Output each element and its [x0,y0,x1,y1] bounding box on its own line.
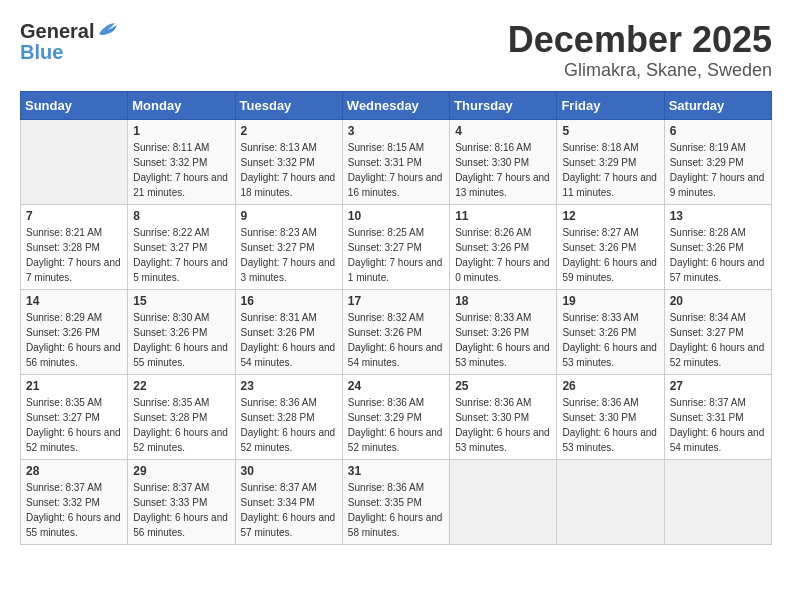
calendar-cell: 3Sunrise: 8:15 AMSunset: 3:31 PMDaylight… [342,119,449,204]
calendar-cell [450,459,557,544]
day-info: Sunrise: 8:30 AMSunset: 3:26 PMDaylight:… [133,310,229,370]
day-number: 14 [26,294,122,308]
logo-bird-icon [97,22,119,42]
day-info: Sunrise: 8:37 AMSunset: 3:34 PMDaylight:… [241,480,337,540]
calendar-cell: 29Sunrise: 8:37 AMSunset: 3:33 PMDayligh… [128,459,235,544]
day-number: 23 [241,379,337,393]
day-number: 18 [455,294,551,308]
day-number: 5 [562,124,658,138]
calendar-cell: 18Sunrise: 8:33 AMSunset: 3:26 PMDayligh… [450,289,557,374]
logo: General Blue [20,20,119,64]
page-header: General Blue December 2025 Glimakra, Ska… [20,20,772,81]
day-info: Sunrise: 8:36 AMSunset: 3:28 PMDaylight:… [241,395,337,455]
calendar-cell: 30Sunrise: 8:37 AMSunset: 3:34 PMDayligh… [235,459,342,544]
day-number: 4 [455,124,551,138]
calendar-cell: 7Sunrise: 8:21 AMSunset: 3:28 PMDaylight… [21,204,128,289]
calendar-cell: 26Sunrise: 8:36 AMSunset: 3:30 PMDayligh… [557,374,664,459]
day-number: 3 [348,124,444,138]
day-info: Sunrise: 8:28 AMSunset: 3:26 PMDaylight:… [670,225,766,285]
day-number: 21 [26,379,122,393]
logo-blue: Blue [20,41,63,64]
calendar-cell: 31Sunrise: 8:36 AMSunset: 3:35 PMDayligh… [342,459,449,544]
day-number: 17 [348,294,444,308]
day-number: 19 [562,294,658,308]
day-number: 24 [348,379,444,393]
day-number: 11 [455,209,551,223]
day-number: 27 [670,379,766,393]
day-number: 9 [241,209,337,223]
calendar-cell: 2Sunrise: 8:13 AMSunset: 3:32 PMDaylight… [235,119,342,204]
calendar-cell: 10Sunrise: 8:25 AMSunset: 3:27 PMDayligh… [342,204,449,289]
calendar-cell [664,459,771,544]
day-number: 7 [26,209,122,223]
day-info: Sunrise: 8:37 AMSunset: 3:31 PMDaylight:… [670,395,766,455]
day-number: 13 [670,209,766,223]
calendar-cell: 13Sunrise: 8:28 AMSunset: 3:26 PMDayligh… [664,204,771,289]
calendar-week-row: 7Sunrise: 8:21 AMSunset: 3:28 PMDaylight… [21,204,772,289]
calendar-week-row: 21Sunrise: 8:35 AMSunset: 3:27 PMDayligh… [21,374,772,459]
weekday-header-friday: Friday [557,91,664,119]
calendar-cell: 5Sunrise: 8:18 AMSunset: 3:29 PMDaylight… [557,119,664,204]
day-info: Sunrise: 8:22 AMSunset: 3:27 PMDaylight:… [133,225,229,285]
calendar-cell: 19Sunrise: 8:33 AMSunset: 3:26 PMDayligh… [557,289,664,374]
calendar-cell: 12Sunrise: 8:27 AMSunset: 3:26 PMDayligh… [557,204,664,289]
day-info: Sunrise: 8:33 AMSunset: 3:26 PMDaylight:… [455,310,551,370]
calendar-cell: 17Sunrise: 8:32 AMSunset: 3:26 PMDayligh… [342,289,449,374]
calendar-cell: 27Sunrise: 8:37 AMSunset: 3:31 PMDayligh… [664,374,771,459]
day-info: Sunrise: 8:18 AMSunset: 3:29 PMDaylight:… [562,140,658,200]
calendar-table: SundayMondayTuesdayWednesdayThursdayFrid… [20,91,772,545]
weekday-header-wednesday: Wednesday [342,91,449,119]
calendar-cell: 25Sunrise: 8:36 AMSunset: 3:30 PMDayligh… [450,374,557,459]
day-info: Sunrise: 8:13 AMSunset: 3:32 PMDaylight:… [241,140,337,200]
day-number: 10 [348,209,444,223]
day-info: Sunrise: 8:35 AMSunset: 3:27 PMDaylight:… [26,395,122,455]
day-number: 22 [133,379,229,393]
weekday-header-thursday: Thursday [450,91,557,119]
day-number: 6 [670,124,766,138]
day-number: 20 [670,294,766,308]
calendar-cell: 21Sunrise: 8:35 AMSunset: 3:27 PMDayligh… [21,374,128,459]
calendar-cell: 1Sunrise: 8:11 AMSunset: 3:32 PMDaylight… [128,119,235,204]
day-number: 12 [562,209,658,223]
calendar-cell: 4Sunrise: 8:16 AMSunset: 3:30 PMDaylight… [450,119,557,204]
day-number: 15 [133,294,229,308]
calendar-cell: 24Sunrise: 8:36 AMSunset: 3:29 PMDayligh… [342,374,449,459]
day-number: 26 [562,379,658,393]
weekday-header-sunday: Sunday [21,91,128,119]
calendar-cell: 6Sunrise: 8:19 AMSunset: 3:29 PMDaylight… [664,119,771,204]
day-number: 28 [26,464,122,478]
logo-general: General [20,20,94,43]
day-info: Sunrise: 8:29 AMSunset: 3:26 PMDaylight:… [26,310,122,370]
day-info: Sunrise: 8:33 AMSunset: 3:26 PMDaylight:… [562,310,658,370]
calendar-cell: 14Sunrise: 8:29 AMSunset: 3:26 PMDayligh… [21,289,128,374]
calendar-cell: 11Sunrise: 8:26 AMSunset: 3:26 PMDayligh… [450,204,557,289]
day-info: Sunrise: 8:36 AMSunset: 3:30 PMDaylight:… [455,395,551,455]
day-number: 29 [133,464,229,478]
day-info: Sunrise: 8:16 AMSunset: 3:30 PMDaylight:… [455,140,551,200]
calendar-cell [557,459,664,544]
weekday-header-tuesday: Tuesday [235,91,342,119]
calendar-week-row: 28Sunrise: 8:37 AMSunset: 3:32 PMDayligh… [21,459,772,544]
calendar-week-row: 1Sunrise: 8:11 AMSunset: 3:32 PMDaylight… [21,119,772,204]
day-info: Sunrise: 8:19 AMSunset: 3:29 PMDaylight:… [670,140,766,200]
calendar-cell: 16Sunrise: 8:31 AMSunset: 3:26 PMDayligh… [235,289,342,374]
calendar-cell: 15Sunrise: 8:30 AMSunset: 3:26 PMDayligh… [128,289,235,374]
calendar-cell: 22Sunrise: 8:35 AMSunset: 3:28 PMDayligh… [128,374,235,459]
day-info: Sunrise: 8:37 AMSunset: 3:33 PMDaylight:… [133,480,229,540]
day-info: Sunrise: 8:23 AMSunset: 3:27 PMDaylight:… [241,225,337,285]
day-info: Sunrise: 8:37 AMSunset: 3:32 PMDaylight:… [26,480,122,540]
calendar-cell [21,119,128,204]
weekday-header-monday: Monday [128,91,235,119]
day-info: Sunrise: 8:35 AMSunset: 3:28 PMDaylight:… [133,395,229,455]
day-info: Sunrise: 8:11 AMSunset: 3:32 PMDaylight:… [133,140,229,200]
calendar-cell: 28Sunrise: 8:37 AMSunset: 3:32 PMDayligh… [21,459,128,544]
calendar-week-row: 14Sunrise: 8:29 AMSunset: 3:26 PMDayligh… [21,289,772,374]
calendar-cell: 23Sunrise: 8:36 AMSunset: 3:28 PMDayligh… [235,374,342,459]
day-info: Sunrise: 8:15 AMSunset: 3:31 PMDaylight:… [348,140,444,200]
day-info: Sunrise: 8:26 AMSunset: 3:26 PMDaylight:… [455,225,551,285]
day-info: Sunrise: 8:36 AMSunset: 3:35 PMDaylight:… [348,480,444,540]
day-number: 8 [133,209,229,223]
day-number: 31 [348,464,444,478]
calendar-cell: 8Sunrise: 8:22 AMSunset: 3:27 PMDaylight… [128,204,235,289]
title-group: December 2025 Glimakra, Skane, Sweden [508,20,772,81]
